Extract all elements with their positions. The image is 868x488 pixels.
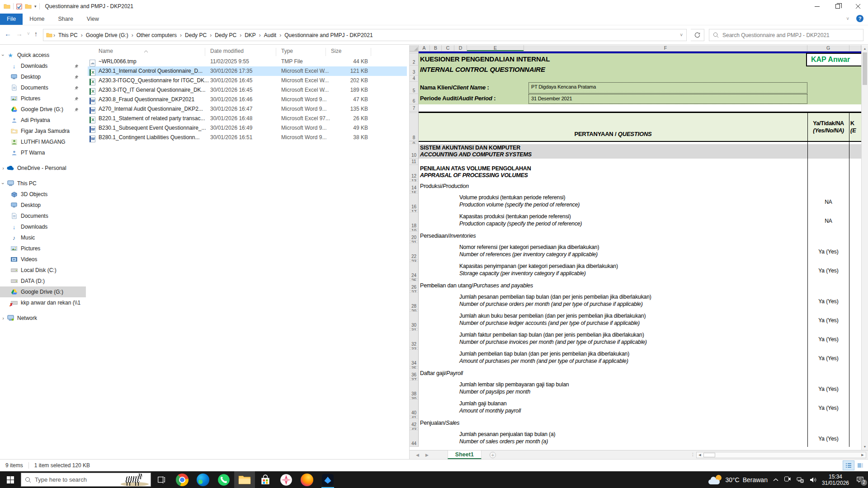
answer-cell[interactable]: Ya (Yes) [807, 430, 849, 447]
sidebar-item-downloads[interactable]: ↓Downloads [0, 61, 86, 71]
action-center-icon[interactable]: 2 [854, 475, 865, 485]
sidebar-item-documents[interactable]: Documents [0, 82, 86, 93]
breadcrumb-item[interactable]: Audit [262, 32, 278, 38]
sidebar-item-3d-objects[interactable]: 3D Objects [0, 189, 86, 200]
taskbar-app-firefox[interactable] [297, 471, 317, 488]
sidebar-item-desktop[interactable]: Desktop [0, 200, 86, 211]
forward-button[interactable]: → [16, 30, 23, 38]
column-header-G[interactable]: G [807, 45, 849, 51]
file-name[interactable]: B280.1_Contingent Liabilities Questionn.… [99, 134, 199, 141]
breadcrumb-separator[interactable]: › [131, 32, 134, 38]
sheet-row-40[interactable]: 40Jumlah gaji bulananAmount of monthly p… [410, 399, 861, 416]
taskbar-search-input[interactable]: Type here to search [21, 473, 151, 487]
column-header-E[interactable]: E [467, 45, 524, 51]
sidebar-item-pt-warna[interactable]: PT Warna [0, 147, 86, 158]
sheet-row-44[interactable]: 44Jumlah pesanan penjualan tiap bulan (a… [410, 430, 861, 447]
refresh-button[interactable] [691, 29, 704, 41]
sheet-row-11[interactable]: 11 [410, 159, 861, 165]
answer-cell[interactable]: NA [807, 193, 849, 210]
file-row[interactable]: WA270_Internal Audit Questionnaire_DKP2.… [88, 104, 407, 114]
answer-cell[interactable] [807, 144, 849, 159]
up-button[interactable]: ↑ [34, 30, 38, 38]
breadcrumb-separator[interactable]: › [80, 32, 84, 38]
minimize-button[interactable] [807, 0, 827, 13]
column-header-type[interactable]: Type [281, 48, 293, 54]
sidebar-item-adi-priyatna[interactable]: Adi Priyatna [0, 115, 86, 126]
details-view-button[interactable] [843, 460, 854, 470]
sheet-row-5[interactable]: 5 Nama Klien/Client Name : PT Digdaya Ke… [410, 82, 861, 94]
sheet-row-38[interactable]: 38Jumlah lembar slip pembayaran gaji tia… [410, 380, 861, 397]
properties-icon[interactable] [16, 4, 22, 9]
column-header-C[interactable]: C [442, 45, 454, 51]
taskbar-app-chrome[interactable] [172, 471, 193, 488]
sidebar-item-documents[interactable]: Documents [0, 211, 86, 221]
sheet-row-30[interactable]: 30Jumlah akun buku besar pembelian (dan … [410, 312, 861, 328]
chevron-expanded-icon[interactable]: › [0, 180, 6, 187]
sheet-row-2[interactable]: 2 KUESIONER PENGENDALIAN INTERNAL [410, 53, 861, 66]
answer-cell[interactable] [807, 231, 849, 241]
breadcrumb-item[interactable]: Dedy PC [183, 32, 209, 38]
answer-cell[interactable]: Ya (Yes) [807, 262, 849, 279]
sheet-row-14[interactable]: 14Produksi/Production [410, 182, 861, 191]
answer-cell[interactable] [807, 281, 849, 291]
sidebar-item-quick-access[interactable]: ›★Quick access [0, 50, 86, 61]
answer-cell[interactable]: Ya (Yes) [807, 293, 849, 310]
taskbar-app-task-view[interactable] [151, 471, 172, 488]
file-row[interactable]: XA230.3-ITQ_IT General Questionnaire_DK.… [88, 85, 407, 95]
client-name-value[interactable]: PT Digdaya Kencana Pratama [528, 82, 807, 94]
search-input[interactable]: Search Questionnaire and PMPJ - DKP2021 [709, 29, 863, 41]
network-icon[interactable] [797, 476, 804, 483]
breadcrumb-separator[interactable]: › [179, 32, 183, 38]
answer-cell[interactable]: Ya (Yes) [807, 350, 849, 366]
horizontal-scrollbar-thumb[interactable] [703, 453, 715, 457]
audit-period-value[interactable]: 31 Desember 2021 [528, 94, 807, 104]
sidebar-item-google-drive-g-[interactable]: Google Drive (G:) [0, 104, 86, 115]
thumbnails-view-button[interactable] [854, 460, 866, 470]
ribbon-tab-home[interactable]: Home [23, 14, 51, 25]
sheet-nav-prev-icon[interactable]: ◀ [416, 453, 419, 457]
file-name[interactable]: A230.1_Internal Control Questionnaire_D.… [99, 68, 203, 74]
horizontal-scrollbar[interactable]: ⁞ ◀ ▶ [696, 452, 866, 458]
answer-cell[interactable] [807, 418, 849, 428]
file-row[interactable]: ☁~WRL0066.tmp11/02/2025 9:55TMP File44 K… [88, 57, 407, 66]
tab-sheet1[interactable]: Sheet1 [448, 450, 481, 459]
zebra-search-highlight-image[interactable] [119, 473, 151, 486]
select-all-corner[interactable] [410, 45, 419, 51]
sidebar-item-videos[interactable]: Videos [0, 254, 86, 265]
sidebar-item-music[interactable]: ♪Music [0, 232, 86, 243]
sidebar-item-kkp-anwar-dan-rekan-1[interactable]: ✗kkp anwar dan rekan (\\1 [0, 297, 86, 308]
breadcrumb-separator[interactable]: › [239, 32, 242, 38]
sheet-row-10[interactable]: 10SISTEM AKUNTANSI DAN KOMPUTERACCOUNTIN… [410, 144, 861, 159]
start-button[interactable] [0, 471, 21, 488]
sheet-row-20[interactable]: 20Persediaan/Inventories [410, 231, 861, 241]
answer-cell[interactable]: Ya (Yes) [807, 243, 849, 260]
sheet-row-36[interactable]: 36Daftar gaji/Payroll [410, 369, 861, 378]
sheet-row-7[interactable]: 7 [410, 104, 861, 112]
scroll-up-arrow-icon[interactable]: ▲ [862, 45, 868, 52]
sheet-nav-next-icon[interactable]: ▶ [425, 453, 429, 457]
weather-widget[interactable]: 30°C Berawan [708, 475, 768, 485]
sheet-row-32[interactable]: 32Jumlah faktur pembelian tiap bulan (da… [410, 331, 861, 347]
sheet-row-24[interactable]: 24Kapasitas penyimpanan (per kategori pe… [410, 262, 861, 279]
scroll-left-arrow-icon[interactable]: ◀ [697, 452, 703, 458]
breadcrumb-item[interactable]: This PC [56, 32, 80, 38]
add-sheet-icon[interactable]: + [490, 452, 496, 458]
help-icon[interactable]: ? [856, 15, 863, 22]
answer-cell[interactable]: Ya (Yes) [807, 399, 849, 416]
sidebar-item-network[interactable]: ›Network [0, 313, 86, 324]
breadcrumb-separator[interactable]: › [209, 32, 212, 38]
sidebar-item-figar-jaya-samudra[interactable]: Figar Jaya Samudra [0, 126, 86, 136]
vertical-scrollbar-thumb[interactable] [863, 52, 867, 85]
answer-cell[interactable]: Ya (Yes) [807, 380, 849, 397]
taskbar-app-pink-app[interactable] [276, 471, 297, 488]
sidebar-item-luthfi-magang[interactable]: LUTHFI MAGANG [0, 136, 86, 147]
taskbar-app-whatsapp[interactable] [213, 471, 234, 488]
breadcrumb-item[interactable]: Questionnaire and PMPJ - DKP2021 [282, 32, 375, 38]
taskbar-app-file-explorer[interactable] [234, 471, 255, 488]
file-name[interactable]: B230.1_Subsequent Event Questionnaire_..… [99, 125, 206, 131]
taskbar-app-microsoft-store[interactable] [255, 471, 276, 488]
file-name[interactable]: B220.1_Statement of related party transa… [99, 115, 205, 122]
vertical-scrollbar[interactable]: ▲ ▼ [861, 45, 868, 450]
sidebar-item-data-d-[interactable]: DATA (D:) [0, 276, 86, 286]
answer-cell[interactable]: NA [807, 212, 849, 229]
